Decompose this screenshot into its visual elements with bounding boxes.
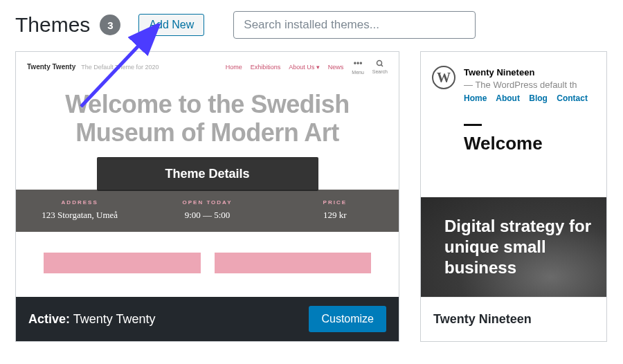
nav-about: About — [496, 93, 520, 103]
svg-line-2 — [381, 65, 383, 67]
preview-welcome: Welcome — [421, 109, 606, 154]
info-open-label: OPEN TODAY — [143, 199, 271, 206]
menu-exhibitions: Exhibitions — [251, 64, 281, 71]
preview-hero: Welcome to the Swedish Museum of Modern … — [16, 78, 399, 152]
theme-card-footer: Active: Twenty Twenty Customize — [16, 297, 399, 341]
nav-home: Home — [464, 93, 487, 103]
active-theme-label: Active: Twenty Twenty — [28, 312, 155, 327]
hero-line-1: Welcome to the Swedish — [65, 90, 349, 118]
dash-icon — [464, 124, 482, 126]
more-icon: ••• Menu — [352, 59, 364, 75]
preview-tagline: — The WordPress default th — [464, 80, 577, 90]
preview-tagline: The Default Theme for 2020 — [81, 64, 159, 71]
themes-count-badge: 3 — [100, 15, 120, 35]
info-address-value: 123 Storgatan, Umeå — [16, 210, 143, 221]
add-new-button[interactable]: Add New — [138, 14, 204, 36]
theme-details-button[interactable]: Theme Details — [97, 157, 318, 191]
info-open-value: 9:00 — 5:00 — [143, 210, 271, 221]
search-input[interactable] — [233, 11, 476, 39]
preview-hero-banner: Digital strategy for unique small busine… — [421, 197, 606, 297]
menu-home: Home — [226, 64, 242, 71]
nav-contact: Contact — [557, 93, 588, 103]
theme-card-twenty-twenty[interactable]: Twenty Twenty The Default Theme for 2020… — [15, 51, 399, 342]
hero-text: Digital strategy for unique small busine… — [444, 216, 606, 278]
svg-point-1 — [377, 61, 381, 66]
theme-name-label: Twenty Nineteen — [433, 312, 532, 327]
preview-site-title: Twenty Twenty — [27, 63, 75, 71]
page-title: Themes — [15, 13, 90, 37]
preview-topbar: W Twenty Nineteen — The WordPress defaul… — [421, 52, 606, 109]
preview-block — [215, 253, 372, 273]
preview-topbar: Twenty Twenty The Default Theme for 2020… — [16, 52, 399, 78]
nav-blog: Blog — [529, 93, 548, 103]
info-address-label: ADDRESS — [16, 199, 143, 206]
hero-line-2: Museum of Modern Art — [75, 118, 339, 147]
info-price-label: PRICE — [271, 199, 399, 206]
menu-about: About Us ▾ — [289, 64, 320, 71]
customize-button[interactable]: Customize — [309, 306, 386, 332]
preview-block — [44, 253, 201, 273]
info-price-value: 129 kr — [271, 210, 399, 221]
search-icon: Search — [372, 60, 388, 74]
themes-header: Themes 3 Add New — [0, 0, 623, 51]
theme-card-footer: Twenty Nineteen — [421, 297, 606, 341]
theme-card-twenty-nineteen[interactable]: W Twenty Nineteen — The WordPress defaul… — [420, 51, 607, 342]
wordpress-logo-icon: W — [432, 66, 455, 89]
preview-menu: Home Exhibitions About Us ▾ News ••• Men… — [226, 59, 388, 75]
preview-blocks — [16, 232, 399, 273]
menu-news: News — [328, 64, 344, 71]
themes-grid: Twenty Twenty The Default Theme for 2020… — [0, 51, 623, 342]
preview-site-title: Twenty Nineteen — [464, 67, 534, 78]
preview-nav: Home About Blog Contact — [464, 93, 595, 103]
welcome-heading: Welcome — [464, 133, 606, 154]
preview-infobar: ADDRESS 123 Storgatan, Umeå OPEN TODAY 9… — [16, 190, 399, 232]
